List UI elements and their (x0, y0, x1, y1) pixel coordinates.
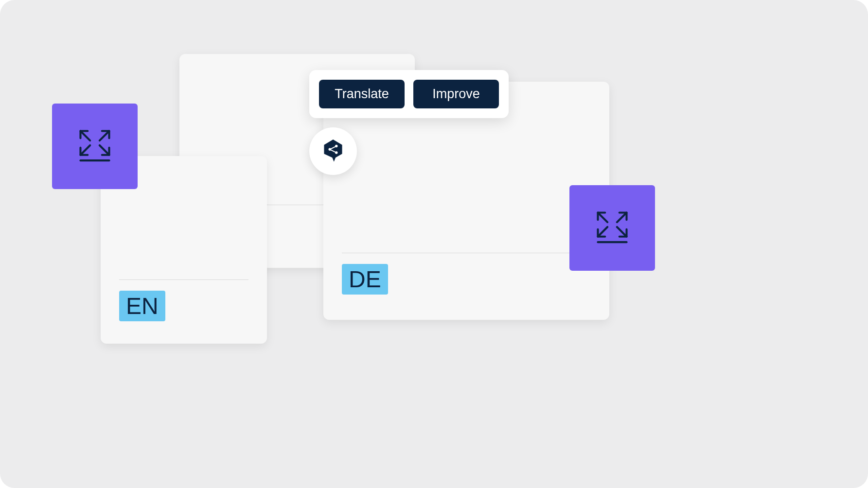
action-toolbar: Translate Improve (309, 70, 509, 118)
language-code: EN (126, 293, 159, 319)
expand-tile-right (569, 185, 655, 271)
svg-line-3 (100, 145, 109, 155)
divider (119, 279, 248, 280)
svg-line-0 (80, 131, 90, 140)
svg-line-1 (100, 131, 109, 140)
translate-button[interactable]: Translate (319, 80, 405, 108)
button-label: Translate (335, 87, 389, 101)
canvas: JA EN DE (0, 0, 868, 488)
divider (342, 253, 591, 253)
hex-bubble-icon (320, 137, 346, 165)
svg-line-6 (617, 212, 627, 222)
svg-line-5 (598, 212, 607, 222)
app-icon-button[interactable] (309, 127, 357, 175)
button-label: Improve (432, 87, 480, 101)
language-code: DE (349, 266, 381, 293)
svg-line-2 (80, 145, 90, 155)
language-badge-en: EN (119, 291, 165, 321)
expand-tile-left (52, 104, 138, 189)
expand-icon (75, 125, 115, 167)
language-badge-de: DE (342, 264, 388, 295)
svg-line-8 (617, 227, 627, 237)
improve-button[interactable]: Improve (413, 80, 499, 108)
svg-line-7 (598, 227, 607, 237)
expand-icon (592, 207, 632, 249)
